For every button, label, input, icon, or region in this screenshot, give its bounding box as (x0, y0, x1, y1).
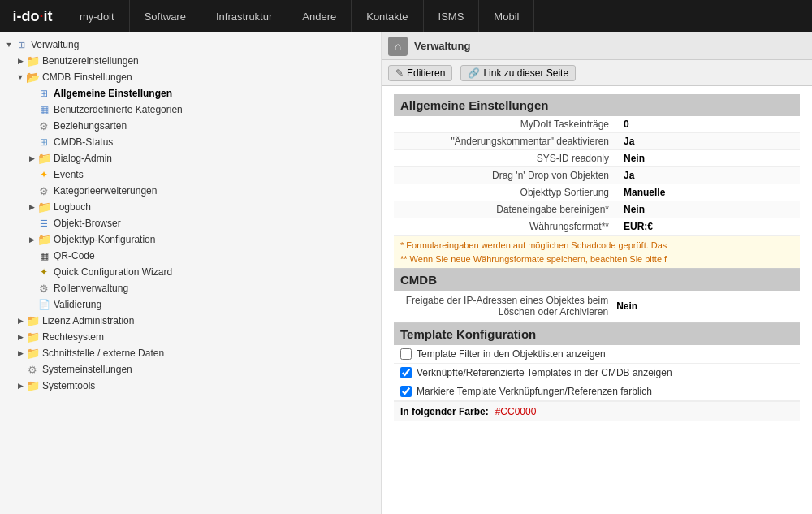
sidebar-label: Objekttyp-Konfiguration (54, 234, 155, 245)
sidebar-item-events[interactable]: ✦ Events (0, 166, 381, 183)
grid-icon: ⊞ (37, 136, 50, 149)
folder-icon: 📁 (26, 54, 39, 67)
edit-button[interactable]: ✎ Editieren (388, 65, 452, 81)
link-button[interactable]: 🔗 Link zu dieser Seite (460, 65, 576, 81)
gear-icon: ⚙ (26, 363, 39, 376)
edit-label: Editieren (407, 67, 445, 79)
sidebar-item-objekttyp-konfiguration[interactable]: ▶ 📁 Objekttyp-Konfiguration (0, 231, 381, 248)
sidebar-item-cmdb-status[interactable]: ⊞ CMDB-Status (0, 134, 381, 150)
checkbox-3[interactable] (400, 386, 412, 397)
fields-table: MyDoIt Taskeinträge 0 "Änderungskommenta… (394, 116, 800, 235)
table-row: Dateneingabe bereinigen* Nein (394, 201, 800, 218)
sidebar-label: Systemeinstellungen (42, 364, 132, 375)
expander-icon: ▶ (26, 201, 37, 213)
link-label: Link zu dieser Seite (483, 67, 568, 79)
nav-item-mobil[interactable]: Mobil (479, 0, 534, 32)
cmdb-section-header: CMDB (394, 268, 800, 291)
field-label: Drag 'n' Drop von Objekten (394, 167, 617, 184)
nav-item-infrastruktur[interactable]: Infrastruktur (201, 0, 287, 32)
sidebar-label: Quick Configuration Wizard (54, 266, 172, 278)
sidebar-item-logbuch[interactable]: ▶ 📁 Logbuch (0, 199, 381, 215)
action-bar: ✎ Editieren 🔗 Link zu dieser Seite (382, 60, 812, 86)
sidebar-label: Lizenz Administration (42, 315, 134, 326)
nav-item-software[interactable]: Software (130, 0, 201, 32)
field-value: Nein (617, 150, 800, 167)
table-row: Drag 'n' Drop von Objekten Ja (394, 167, 800, 184)
sidebar-item-quick-config-wizard[interactable]: ✦ Quick Configuration Wizard (0, 264, 381, 280)
sidebar-item-cmdb-einstellungen[interactable]: ▼ 📂 CMDB Einstellungen (0, 69, 381, 85)
nav-item-kontakte[interactable]: Kontakte (352, 0, 423, 32)
page-icon: 📄 (37, 298, 50, 311)
content-body: Allgemeine Einstellungen MyDoIt Taskeint… (382, 86, 812, 514)
sidebar-item-systemeinstellungen[interactable]: ⚙ Systemeinstellungen (0, 361, 381, 378)
sidebar-label: Verwaltung (31, 39, 79, 50)
sidebar-item-systemtools[interactable]: ▶ 📁 Systemtools (0, 378, 381, 394)
sidebar-item-objekt-browser[interactable]: ☰ Objekt-Browser (0, 215, 381, 231)
sidebar-item-rollenverwaltung[interactable]: ⚙ Rollenverwaltung (0, 280, 381, 296)
expander-icon (26, 136, 37, 148)
sidebar-item-rechtesystem[interactable]: ▶ 📁 Rechtesystem (0, 329, 381, 345)
expander-icon (26, 185, 37, 197)
field-value: Manuelle (617, 184, 800, 201)
folder-icon: 📁 (26, 314, 39, 327)
folder-icon: 📁 (37, 152, 50, 165)
sidebar-item-lizenz-administration[interactable]: ▶ 📁 Lizenz Administration (0, 313, 381, 329)
sidebar-label: CMDB Einstellungen (42, 71, 132, 83)
field-label: "Änderungskommentar" deaktivieren (394, 133, 617, 150)
expander-icon (26, 169, 37, 180)
sidebar-item-kategorieerweiterungen[interactable]: ⚙ Kategorieerweiterungen (0, 183, 381, 199)
checkbox-label-1: Template Filter in den Objektlisten anze… (417, 348, 606, 360)
qr-icon: ▦ (37, 249, 50, 262)
sidebar-label: Systemtools (42, 380, 95, 391)
sidebar-item-beziehungsarten[interactable]: ⚙ Beziehungsarten (0, 118, 381, 134)
sidebar-item-verwaltung-root[interactable]: ▼ ⊞ Verwaltung (0, 37, 381, 53)
field-label: Währungsformat** (394, 218, 617, 235)
sidebar-label: QR-Code (54, 250, 95, 261)
table-row: SYS-ID readonly Nein (394, 150, 800, 167)
cmdb-field-value: Nein (616, 300, 637, 312)
grid-small-icon: ⊞ (15, 38, 28, 51)
field-value: EUR;€ (617, 218, 800, 235)
expander-icon: ▶ (15, 348, 26, 359)
home-icon[interactable]: ⌂ (388, 37, 408, 56)
sidebar-item-benutzerdefinierte-kategorien[interactable]: ▦ Benutzerdefinierte Kategorien (0, 102, 381, 118)
page-icon: ⊞ (37, 87, 50, 100)
sidebar-label: Benutzereinstellungen (42, 55, 139, 67)
wand-icon: ✦ (37, 266, 50, 279)
gear-icon: ⚙ (37, 184, 50, 197)
warning-text-2: ** Wenn Sie neue Währungsformate speiche… (394, 254, 800, 268)
nav-item-mydoit[interactable]: my-doit (65, 0, 130, 32)
events-icon: ✦ (37, 168, 50, 181)
expander-icon: ▼ (15, 71, 26, 83)
sidebar-label: Beziehungsarten (54, 120, 127, 132)
expander-icon (26, 104, 37, 115)
nav-item-andere[interactable]: Andere (287, 0, 352, 32)
sidebar-label: Objekt-Browser (54, 218, 121, 229)
main-section-header: Allgemeine Einstellungen (394, 94, 800, 116)
checkbox-row-2: Verknüpfte/Referenzierte Templates in de… (394, 364, 800, 382)
table-row: Objekttyp Sortierung Manuelle (394, 184, 800, 201)
expander-icon (15, 364, 26, 375)
sidebar-label: Rechtesystem (42, 331, 104, 343)
expander-icon (26, 120, 37, 132)
sidebar-label: Rollenverwaltung (54, 283, 128, 294)
color-value: #CC0000 (495, 406, 537, 417)
color-row: In folgender Farbe: #CC0000 (394, 401, 800, 421)
sidebar-item-qr-code[interactable]: ▦ QR-Code (0, 248, 381, 264)
checkbox-1[interactable] (400, 348, 412, 360)
list-icon: ☰ (37, 217, 50, 230)
sidebar-item-allgemeine-einstellungen[interactable]: ⊞ Allgemeine Einstellungen (0, 85, 381, 102)
sidebar-label: Dialog-Admin (54, 153, 112, 164)
checkbox-2[interactable] (400, 367, 412, 378)
field-label: MyDoIt Taskeinträge (394, 116, 617, 133)
sidebar-item-validierung[interactable]: 📄 Validierung (0, 296, 381, 313)
sidebar-label: Kategorieerweiterungen (54, 185, 157, 197)
sidebar-item-schnittstelle[interactable]: ▶ 📁 Schnittstelle / externe Daten (0, 345, 381, 361)
expander-icon: ▶ (15, 55, 26, 67)
sidebar-item-dialog-admin[interactable]: ▶ 📁 Dialog-Admin (0, 150, 381, 166)
field-value: 0 (617, 116, 800, 133)
sidebar-item-benutzereinstellungen[interactable]: ▶ 📁 Benutzereinstellungen (0, 53, 381, 69)
expander-icon (26, 299, 37, 310)
nav-item-isms[interactable]: ISMS (424, 0, 480, 32)
cmdb-row: Freigabe der IP-Adressen eines Objektes … (394, 291, 800, 322)
